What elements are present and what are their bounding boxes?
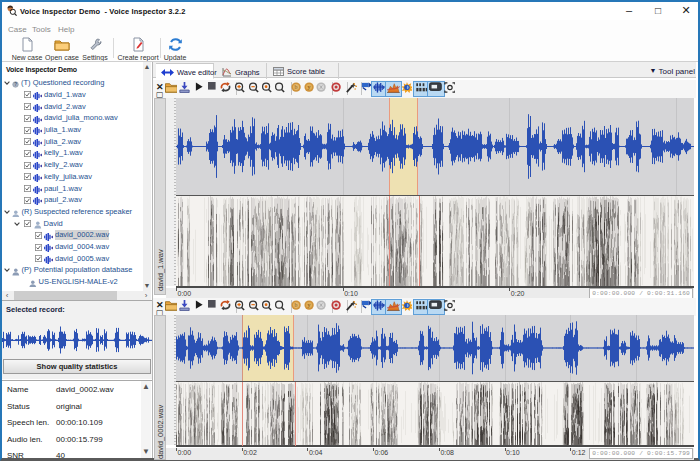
svg-text:b: b [295, 302, 298, 308]
svg-text:y: y [308, 84, 311, 90]
svg-text:y: y [308, 302, 311, 308]
svg-text:?: ? [14, 83, 17, 88]
svg-text:b: b [295, 84, 298, 90]
